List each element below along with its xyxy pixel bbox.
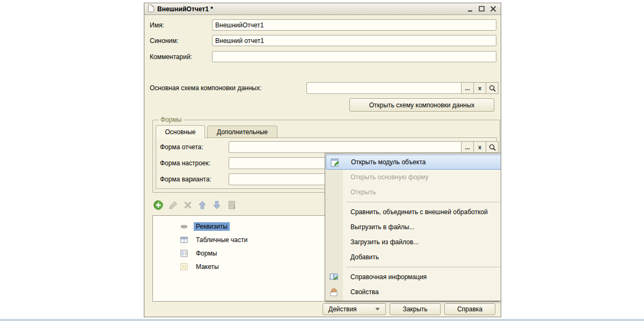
report-form-input[interactable] bbox=[229, 141, 462, 153]
properties-icon bbox=[328, 287, 339, 297]
tabular-section-icon bbox=[180, 236, 188, 244]
close-window-button[interactable]: Закрыть bbox=[390, 303, 441, 315]
dcs-input[interactable] bbox=[306, 82, 462, 94]
edit-button[interactable] bbox=[168, 200, 179, 210]
move-down-button[interactable] bbox=[211, 200, 222, 210]
synonym-label: Синоним: bbox=[150, 37, 179, 45]
magnifier-icon bbox=[488, 143, 496, 151]
name-label: Имя: bbox=[150, 21, 164, 29]
report-form-select-button[interactable]: ... bbox=[462, 141, 474, 153]
name-input[interactable] bbox=[212, 19, 496, 31]
dcs-select-button[interactable]: ... bbox=[462, 82, 474, 94]
comment-input[interactable] bbox=[212, 51, 496, 62]
menu-item-properties[interactable]: Свойства bbox=[325, 284, 501, 300]
variant-form-label: Форма варианта: bbox=[160, 176, 211, 183]
magnifier-icon bbox=[488, 84, 496, 92]
menu-item-export-to-files[interactable]: Выгрузить в файлы... bbox=[325, 220, 501, 235]
tree-item-forms[interactable]: Формы bbox=[180, 247, 219, 259]
page-bottom-edge bbox=[0, 319, 644, 321]
context-menu: Открыть модуль объекта Открыть основную … bbox=[325, 153, 501, 301]
menu-item-open[interactable]: Открыть bbox=[325, 185, 501, 200]
actions-button[interactable]: Действия bbox=[323, 303, 386, 315]
document-icon bbox=[148, 4, 155, 14]
pencil-icon bbox=[168, 200, 179, 210]
forms-groupbox-title: Формы bbox=[158, 116, 184, 123]
menu-item-open-object-module[interactable]: Открыть модуль объекта bbox=[326, 155, 501, 170]
close-button[interactable] bbox=[489, 5, 497, 13]
sort-order-icon bbox=[226, 200, 237, 210]
report-form-field: ... x bbox=[229, 141, 499, 153]
open-dcs-button[interactable]: Открыть схему компоновки данных bbox=[349, 98, 494, 112]
delete-button[interactable] bbox=[182, 200, 193, 210]
menu-separator bbox=[325, 265, 501, 269]
attribute-icon bbox=[180, 222, 188, 231]
minimize-button[interactable] bbox=[466, 5, 475, 13]
arrow-down-icon bbox=[211, 200, 222, 210]
template-icon bbox=[180, 262, 188, 271]
report-form-search-button[interactable] bbox=[486, 141, 499, 153]
dcs-label: Основная схема компоновки данных: bbox=[150, 84, 261, 92]
tree-item-tabular-sections[interactable]: Табличные части bbox=[180, 234, 250, 246]
screenshot-root: ВнешнийОтчет1 * Имя: Синоним: Комментари… bbox=[0, 0, 644, 321]
menu-item-load-from-files[interactable]: Загрузить из файлов... bbox=[325, 235, 501, 250]
window-title: ВнешнийОтчет1 * bbox=[157, 5, 464, 13]
tab-main-forms[interactable]: Основные bbox=[156, 125, 205, 138]
sort-order-button[interactable] bbox=[226, 200, 237, 210]
dcs-search-button[interactable] bbox=[486, 82, 499, 94]
tree-item-templates[interactable]: Макеты bbox=[180, 261, 221, 273]
move-up-button[interactable] bbox=[197, 200, 208, 210]
form-icon bbox=[180, 249, 188, 258]
menu-item-help-info[interactable]: Справочная информация bbox=[325, 269, 501, 284]
help-info-icon bbox=[328, 272, 339, 282]
chevron-down-icon bbox=[375, 308, 380, 311]
delete-icon bbox=[182, 200, 193, 210]
settings-form-label: Форма настроек: bbox=[160, 159, 210, 167]
object-module-icon bbox=[330, 157, 340, 168]
title-bar[interactable]: ВнешнийОтчет1 * bbox=[144, 3, 501, 15]
tree-item-attributes[interactable]: Реквизиты bbox=[180, 221, 230, 232]
synonym-input[interactable] bbox=[212, 35, 496, 46]
dcs-field: ... x bbox=[306, 82, 499, 94]
menu-item-add[interactable]: Добавить bbox=[325, 250, 501, 265]
comment-label: Комментарий: bbox=[150, 53, 192, 61]
menu-separator bbox=[325, 200, 501, 205]
report-form-label: Форма отчета: bbox=[160, 143, 203, 151]
maximize-button[interactable] bbox=[478, 5, 486, 13]
external-report-window: ВнешнийОтчет1 * Имя: Синоним: Комментари… bbox=[144, 3, 501, 317]
add-icon bbox=[153, 200, 164, 210]
add-button[interactable] bbox=[153, 200, 164, 210]
menu-item-open-main-form[interactable]: Открыть основную форму bbox=[325, 170, 501, 185]
help-button[interactable]: Справка bbox=[444, 303, 495, 315]
tab-additional-forms[interactable]: Дополнительные bbox=[207, 126, 277, 138]
arrow-up-icon bbox=[197, 200, 208, 210]
menu-item-compare-merge[interactable]: Сравнить, объединить с внешней обработко… bbox=[325, 205, 501, 220]
report-form-clear-button[interactable]: x bbox=[474, 141, 486, 153]
dcs-clear-button[interactable]: x bbox=[474, 82, 486, 94]
